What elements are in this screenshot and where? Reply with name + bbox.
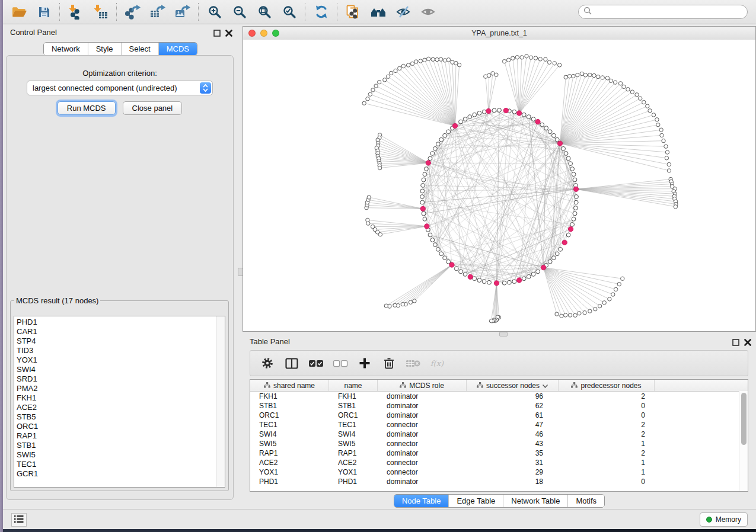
- mcds-result-list[interactable]: PHD1CAR1STP4TID3YOX1SWI4SRD1PMA2FKH1ACE2…: [14, 316, 225, 488]
- graph-node[interactable]: [394, 69, 397, 72]
- graph-node[interactable]: [605, 76, 609, 80]
- graph-node[interactable]: [424, 167, 428, 171]
- graph-node[interactable]: [522, 277, 526, 281]
- graph-node[interactable]: [433, 243, 438, 247]
- graph-node[interactable]: [506, 58, 510, 62]
- mcds-result-item[interactable]: TEC1: [17, 460, 214, 469]
- graph-node[interactable]: [508, 280, 512, 284]
- graph-node-mcds[interactable]: [494, 281, 499, 286]
- graph-node[interactable]: [567, 75, 571, 78]
- graph-node[interactable]: [423, 172, 427, 177]
- graph-node-mcds[interactable]: [541, 265, 546, 270]
- graph-node[interactable]: [367, 196, 371, 199]
- graph-node[interactable]: [578, 312, 581, 315]
- graph-node[interactable]: [555, 312, 559, 316]
- graph-node[interactable]: [525, 55, 528, 58]
- graph-node[interactable]: [598, 304, 601, 307]
- graph-node[interactable]: [410, 62, 414, 65]
- mcds-result-item[interactable]: PMA2: [17, 384, 214, 393]
- graph-node[interactable]: [420, 189, 425, 193]
- graph-node[interactable]: [555, 252, 559, 256]
- graph-node[interactable]: [520, 56, 524, 59]
- graph-node[interactable]: [573, 206, 578, 210]
- gear-icon[interactable]: [260, 354, 275, 372]
- traffic-light-minimize[interactable]: [260, 30, 267, 37]
- graph-node[interactable]: [446, 58, 450, 62]
- scrollbar-thumb[interactable]: [741, 393, 747, 445]
- graph-node[interactable]: [552, 133, 556, 137]
- graph-node[interactable]: [502, 281, 506, 285]
- mcds-result-item[interactable]: GCR1: [17, 469, 214, 479]
- graph-node[interactable]: [454, 267, 458, 271]
- graph-node[interactable]: [423, 217, 427, 221]
- graph-node[interactable]: [398, 66, 401, 70]
- delete-column-icon[interactable]: [381, 354, 397, 372]
- graph-node[interactable]: [665, 150, 669, 154]
- graph-node[interactable]: [621, 277, 624, 280]
- graph-node[interactable]: [401, 302, 404, 306]
- graph-node[interactable]: [570, 223, 575, 227]
- graph-node[interactable]: [622, 85, 626, 88]
- graph-node[interactable]: [439, 57, 442, 61]
- graph-node[interactable]: [540, 123, 544, 127]
- graph-node-mcds[interactable]: [516, 278, 521, 283]
- graph-node[interactable]: [384, 304, 388, 307]
- graph-node[interactable]: [626, 88, 630, 91]
- graph-node[interactable]: [401, 64, 405, 68]
- mcds-result-item[interactable]: FKH1: [17, 393, 214, 403]
- graph-node[interactable]: [531, 117, 535, 121]
- graph-node[interactable]: [383, 78, 387, 82]
- graph-node[interactable]: [527, 274, 531, 278]
- graph-node[interactable]: [588, 309, 592, 313]
- column-header-successor-nodes[interactable]: successor nodes: [467, 380, 559, 391]
- graph-node[interactable]: [548, 259, 552, 264]
- columns-icon[interactable]: [284, 354, 299, 372]
- graph-node[interactable]: [371, 88, 375, 92]
- mcds-result-item[interactable]: STB5: [17, 412, 214, 422]
- graph-node[interactable]: [566, 233, 570, 237]
- task-history-button[interactable]: [11, 513, 27, 527]
- graph-node-mcds[interactable]: [452, 123, 457, 128]
- graph-node[interactable]: [451, 60, 454, 64]
- graph-node[interactable]: [639, 97, 642, 100]
- graph-node[interactable]: [611, 293, 615, 296]
- mcds-result-item[interactable]: STP4: [17, 336, 214, 346]
- graph-node[interactable]: [426, 57, 430, 60]
- graph-node[interactable]: [477, 111, 481, 116]
- graph-node[interactable]: [660, 133, 664, 137]
- graph-node[interactable]: [572, 74, 575, 78]
- binoculars-icon[interactable]: [366, 1, 391, 23]
- graph-node[interactable]: [667, 169, 671, 172]
- float-window-icon[interactable]: [732, 338, 739, 348]
- graph-node[interactable]: [667, 162, 671, 166]
- open-folder-icon[interactable]: [7, 1, 31, 23]
- mcds-result-item[interactable]: PHD1: [17, 318, 214, 327]
- graph-node[interactable]: [430, 152, 435, 156]
- graph-node[interactable]: [489, 319, 493, 323]
- graph-node[interactable]: [512, 110, 516, 114]
- graph-node[interactable]: [635, 93, 639, 97]
- graph-node[interactable]: [482, 280, 486, 284]
- graph-node[interactable]: [446, 130, 451, 134]
- graph-node-mcds[interactable]: [425, 224, 429, 229]
- graph-node[interactable]: [574, 200, 578, 204]
- graph-node[interactable]: [374, 84, 378, 88]
- graph-node[interactable]: [443, 256, 447, 260]
- graph-node[interactable]: [378, 166, 382, 169]
- graph-node[interactable]: [559, 247, 563, 251]
- graph-node[interactable]: [573, 178, 577, 182]
- import-table-icon[interactable]: [88, 1, 113, 23]
- import-network-icon[interactable]: [63, 1, 88, 23]
- graph-node[interactable]: [602, 301, 606, 305]
- graph-node[interactable]: [575, 195, 579, 199]
- graph-node-mcds[interactable]: [426, 161, 430, 165]
- graph-node[interactable]: [443, 59, 446, 62]
- graph-node[interactable]: [459, 270, 463, 274]
- traffic-light-zoom[interactable]: [272, 30, 279, 37]
- graph-node[interactable]: [497, 108, 502, 113]
- graph-node[interactable]: [436, 247, 440, 251]
- table-row[interactable]: SWI5SWI5connector431: [250, 439, 748, 448]
- criterion-select[interactable]: largest connected component (undirected): [27, 81, 213, 95]
- graph-node[interactable]: [436, 142, 440, 146]
- graph-node[interactable]: [576, 73, 579, 76]
